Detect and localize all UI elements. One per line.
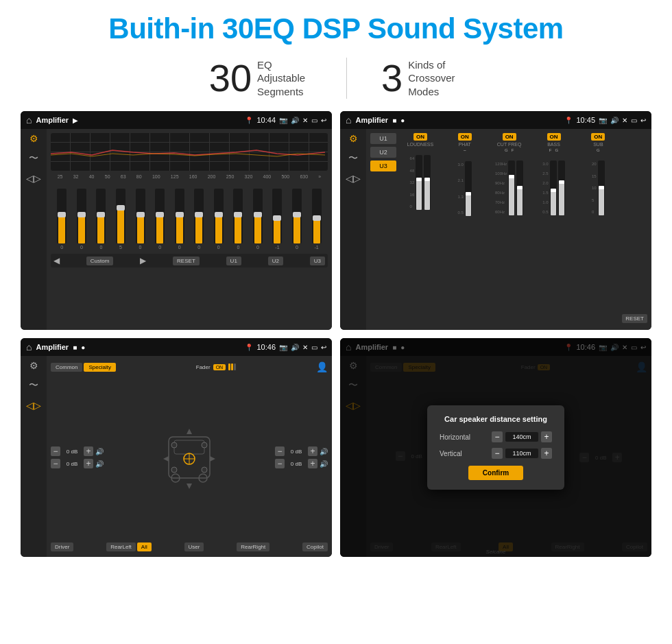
eq-label-14: 630 bbox=[300, 174, 308, 179]
horizontal-value: 140cm bbox=[505, 432, 538, 442]
home-icon-eq[interactable]: ⌂ bbox=[26, 115, 32, 126]
eq-time: 10:44 bbox=[256, 116, 276, 124]
vertical-input-group: − 110cm + bbox=[492, 448, 552, 459]
stat-crossover: 3 Kinds ofCrossover Modes bbox=[347, 58, 497, 99]
channel-sub: ON SUB G 20151050 bbox=[577, 133, 619, 326]
vol-plus-rr[interactable]: + bbox=[308, 459, 317, 468]
vertical-plus-btn[interactable]: + bbox=[541, 448, 552, 459]
bass-on-btn[interactable]: ON bbox=[547, 133, 561, 141]
channel-phat: ON PHAT ~ 3.02.11.30.5 bbox=[444, 133, 486, 326]
loudness-on-btn[interactable]: ON bbox=[413, 133, 427, 141]
eq-label-3: 50 bbox=[105, 174, 110, 179]
speaker-user-icon[interactable]: 👤 bbox=[316, 361, 328, 372]
fader-label: Fader bbox=[196, 364, 211, 370]
fader-on-btn[interactable]: ON bbox=[213, 364, 226, 370]
horizontal-plus-btn[interactable]: + bbox=[541, 431, 552, 442]
svg-marker-14 bbox=[210, 456, 215, 462]
eq-label-5: 80 bbox=[136, 174, 142, 179]
channel-bass: ON BASS F G 3.02.52.01.51.00.5 bbox=[533, 133, 575, 326]
svg-point-7 bbox=[171, 442, 177, 448]
home-icon-crossover[interactable]: ⌂ bbox=[346, 115, 351, 126]
vertical-label: Vertical bbox=[440, 450, 477, 457]
all-btn[interactable]: All bbox=[137, 542, 152, 551]
back-icon-eq[interactable]: ↩ bbox=[321, 117, 326, 124]
status-bar-crossover: ⌂ Amplifier ■ ● 📍 10:45 📷 🔊 ✕ ▭ ↩ bbox=[340, 111, 651, 129]
car-diagram-svg bbox=[162, 423, 217, 492]
crossover-sidebar-wave[interactable]: 〜 bbox=[348, 152, 358, 165]
close-icon-eq: ✕ bbox=[302, 117, 308, 124]
cutfreq-slider-area: 120Hz100Hz90Hz80Hz70Hz60Hz bbox=[495, 154, 523, 215]
phat-on-btn[interactable]: ON bbox=[458, 133, 472, 141]
stat-eq-number: 30 bbox=[209, 59, 252, 97]
vol-db-fr: 0 dB bbox=[287, 449, 306, 455]
speaker-sidebar-wave[interactable]: 〜 bbox=[29, 379, 38, 392]
vol-plus-fr[interactable]: + bbox=[308, 446, 317, 456]
common-btn[interactable]: Common bbox=[51, 363, 82, 372]
sub-on-btn[interactable]: ON bbox=[591, 133, 605, 141]
crossover-reset-btn[interactable]: RESET bbox=[622, 314, 647, 323]
driver-btn[interactable]: Driver bbox=[51, 542, 73, 551]
eq-prev-btn[interactable]: ◀ bbox=[53, 256, 60, 265]
crossover-screen-title: Amplifier bbox=[355, 116, 388, 124]
preset-u1[interactable]: U1 bbox=[370, 133, 396, 144]
vol-db-fl: 0 dB bbox=[62, 449, 82, 455]
speaker-sidebar-eq[interactable]: ⚙ bbox=[29, 360, 38, 371]
screen-distance: ⌂ Amplifier ■ ● 📍 10:46 📷 🔊 ✕ ▭ ↩ ⚙ 〜 ◁▷ bbox=[340, 338, 651, 557]
specialty-btn[interactable]: Specialty bbox=[84, 363, 115, 372]
crossover-sidebar-vol[interactable]: ◁▷ bbox=[346, 173, 361, 184]
crossover-sidebar-eq[interactable]: ⚙ bbox=[349, 133, 358, 144]
status-bar-speaker: ⌂ Amplifier ■ ● 📍 10:46 📷 🔊 ✕ ▭ ↩ bbox=[21, 338, 332, 356]
preset-u2[interactable]: U2 bbox=[370, 147, 396, 158]
vol-plus-rl[interactable]: + bbox=[84, 459, 93, 468]
speaker-bottom-group-left: RearLeft All bbox=[106, 542, 152, 551]
vol-minus-rr[interactable]: − bbox=[275, 459, 285, 468]
eq-sidebar: ⚙ 〜 ◁▷ bbox=[21, 129, 47, 330]
eq-sidebar-wave[interactable]: 〜 bbox=[29, 152, 38, 165]
vol-minus-fr[interactable]: − bbox=[275, 446, 285, 456]
vol-row-rr: − 0 dB + 🔊 bbox=[275, 459, 328, 468]
preset-u3[interactable]: U3 bbox=[370, 160, 396, 171]
eq-slider-col-0: 0 bbox=[57, 189, 67, 250]
eq-label-12: 400 bbox=[263, 174, 272, 179]
sub-label: SUB bbox=[593, 142, 603, 147]
vol-row-fr: − 0 dB + 🔊 bbox=[275, 446, 328, 456]
crossover-main: U1 U2 U3 ON LOUDNESS 644832160 bbox=[366, 129, 651, 330]
vol-minus-rl[interactable]: − bbox=[51, 459, 60, 468]
vertical-minus-btn[interactable]: − bbox=[492, 448, 503, 459]
eq-mode-btn[interactable]: Custom bbox=[86, 257, 114, 265]
home-icon-speaker[interactable]: ⌂ bbox=[26, 342, 32, 353]
rearright-btn[interactable]: RearRight bbox=[237, 542, 269, 551]
vol-plus-fl[interactable]: + bbox=[84, 446, 93, 456]
svg-point-8 bbox=[202, 442, 207, 448]
eq-label-8: 160 bbox=[189, 174, 197, 179]
status-bar-eq: ⌂ Amplifier ▶ 📍 10:44 📷 🔊 ✕ ▭ ↩ bbox=[21, 111, 332, 129]
speaker-screen-title: Amplifier bbox=[36, 343, 69, 351]
svg-point-10 bbox=[202, 467, 207, 473]
eq-sidebar-vol[interactable]: ◁▷ bbox=[26, 173, 41, 184]
eq-u2-btn[interactable]: U2 bbox=[268, 257, 283, 265]
crossover-time: 10:45 bbox=[576, 116, 595, 124]
vol-minus-fl[interactable]: − bbox=[51, 446, 60, 456]
eq-bottom-bar: ◀ Custom ▶ RESET U1 U2 U3 bbox=[51, 254, 328, 267]
svg-marker-11 bbox=[187, 429, 192, 434]
eq-reset-btn[interactable]: RESET bbox=[173, 257, 200, 265]
user-btn[interactable]: User bbox=[184, 542, 204, 551]
eq-u3-btn[interactable]: U3 bbox=[310, 257, 325, 265]
eq-next-btn[interactable]: ▶ bbox=[140, 256, 146, 265]
horizontal-minus-btn[interactable]: − bbox=[492, 431, 503, 442]
screen-crossover: ⌂ Amplifier ■ ● 📍 10:45 📷 🔊 ✕ ▭ ↩ ⚙ 〜 ◁▷ bbox=[340, 111, 651, 330]
speaker-sidebar-vol[interactable]: ◁▷ bbox=[26, 400, 41, 411]
eq-sidebar-eq[interactable]: ⚙ bbox=[29, 133, 38, 144]
cutfreq-on-btn[interactable]: ON bbox=[503, 133, 516, 141]
crossover-sidebar: ⚙ 〜 ◁▷ bbox=[340, 129, 366, 330]
rearleft-btn[interactable]: RearLeft bbox=[106, 542, 136, 551]
eq-u1-btn[interactable]: U1 bbox=[226, 257, 241, 265]
horizontal-label: Horizontal bbox=[440, 433, 477, 441]
eq-curve-svg bbox=[51, 140, 325, 167]
distance-dialog: Car speaker distance setting Horizontal … bbox=[427, 405, 564, 490]
svg-marker-13 bbox=[163, 456, 169, 462]
confirm-button[interactable]: Confirm bbox=[468, 466, 523, 480]
eq-label-2: 40 bbox=[89, 174, 95, 179]
play-icon-eq: ▶ bbox=[73, 117, 78, 124]
copilot-btn[interactable]: Copilot bbox=[302, 542, 328, 551]
